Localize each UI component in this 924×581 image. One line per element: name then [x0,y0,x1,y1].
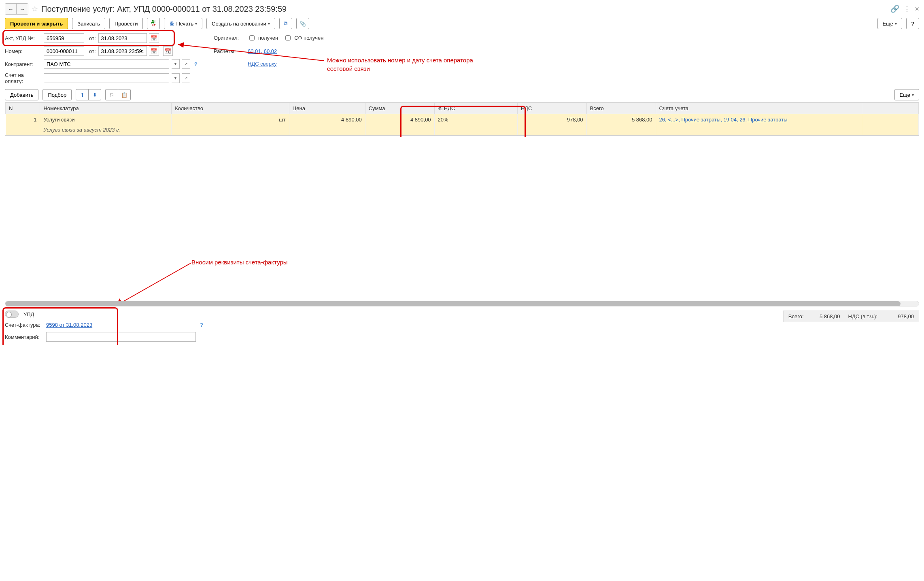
settlements-link[interactable]: 60.01, 60.02 [248,48,277,54]
move-up-button[interactable]: ⬆ [76,89,89,100]
page-title: Поступление услуг: Акт, УПД 0000-000011 … [41,4,887,14]
print-button[interactable]: 🖶 Печать [164,18,202,29]
counterparty-input[interactable] [44,59,169,69]
table-row[interactable]: 1 Услуги связи Услуги связи за август 20… [6,114,919,136]
number-label: Номер: [5,48,41,54]
th-price: Цена [289,103,365,114]
act-number-input[interactable] [44,33,84,43]
table-more-button[interactable]: Еще [894,89,919,100]
schedule-button[interactable]: 📆 [163,46,173,56]
link-icon[interactable]: 🔗 [890,4,899,13]
nav-back-button[interactable]: ← [5,4,17,14]
act-date-picker-button[interactable]: 📅 [149,33,159,43]
arrow-up-icon: ⬆ [80,92,85,98]
th-quantity: Количество [172,103,289,114]
upd-label: УПД [23,311,34,317]
nav-forward-button[interactable]: → [17,4,28,14]
number-input[interactable] [44,46,84,56]
received-label: получен [258,35,278,41]
calendar-icon: 📅 [151,35,157,41]
annotation-text-top: Можно использовать номер и дату счета оп… [327,56,481,73]
add-row-button[interactable]: Добавить [5,89,38,100]
horizontal-scrollbar[interactable] [5,301,919,306]
more-menu-icon[interactable]: ⋮ [903,4,911,13]
upd-toggle[interactable] [5,311,19,318]
comment-input[interactable] [46,332,196,342]
number-date-picker-button[interactable]: 📅 [149,46,159,56]
arrow-down-icon: ⬇ [93,92,97,98]
counterparty-dropdown-button[interactable]: ▼ [172,59,180,69]
dtkt-button[interactable]: ДтКт [147,18,160,29]
cell-price[interactable]: 4 890,00 [289,114,365,136]
vat-mode-link[interactable]: НДС сверху [248,61,277,67]
help-button[interactable]: ? [906,18,919,29]
footer-totals: Всего: 5 868,00 НДС (в т.ч.): 978,00 [783,311,919,322]
invoice-label: Счет на оплату: [5,72,41,84]
post-and-close-button[interactable]: Провести и закрыть [5,18,68,29]
th-nomenclature: Номенклатура [40,103,172,114]
original-label: Оригинал: [214,35,242,41]
th-sum: Сумма [365,103,434,114]
sf-received-label: СФ получен [294,35,323,41]
invoice-input[interactable] [44,73,169,83]
save-button[interactable]: Записать [72,18,105,29]
cell-sum[interactable]: 4 890,00 [365,114,434,136]
copy-button[interactable]: ⎘ [105,89,118,100]
act-date-input[interactable] [98,33,147,43]
th-vat-pct: % НДС [434,103,517,114]
vat-incl-label: НДС (в т.ч.): [848,313,878,319]
vat-incl-value: 978,00 [886,313,914,319]
sf-link[interactable]: 9598 от 31.08.2023 [46,322,92,328]
structure-button[interactable]: ⧉ [279,18,292,29]
svg-line-2 [117,263,191,305]
counterparty-label: Контрагент: [5,61,41,67]
total-label: Всего: [788,313,804,319]
items-table[interactable]: N Номенклатура Количество Цена Сумма % Н… [5,102,919,135]
close-icon[interactable]: × [915,5,919,13]
th-total: Всего [586,103,656,114]
th-accounts: Счета учета [656,103,863,114]
cell-n: 1 [6,114,40,136]
cell-vat-pct[interactable]: 20% [434,114,517,136]
sf-received-checkbox[interactable] [285,35,291,40]
from-label-2: от: [89,48,96,54]
comment-label: Комментарий: [5,334,44,340]
favorite-star-icon[interactable]: ☆ [32,4,38,13]
settlements-label: Расчеты: [214,48,242,54]
cell-quantity[interactable]: шт [172,114,289,136]
th-n: N [6,103,40,114]
act-number-label: Акт, УПД №: [5,35,41,41]
more-button[interactable]: Еще [877,18,902,29]
cell-nomenclature[interactable]: Услуги связи Услуги связи за август 2023… [40,114,172,136]
tree-icon: ⧉ [284,20,287,27]
sf-help[interactable]: ? [200,322,203,328]
invoice-dropdown-button[interactable]: ▼ [172,73,180,83]
cell-total[interactable]: 5 868,00 [586,114,656,136]
move-down-button[interactable]: ⬇ [88,89,101,100]
total-value: 5 868,00 [812,313,840,319]
select-button[interactable]: Подбор [42,89,72,100]
cell-accounts[interactable]: 26, <...>, Прочие затраты, 19.04, 26, Пр… [656,114,863,136]
paste-button[interactable]: 📋 [118,89,131,100]
invoice-open-button[interactable]: ↗ [182,73,190,83]
table-empty-area: Вносим реквизиты счета-фактуры [5,137,919,299]
received-checkbox[interactable] [249,35,255,40]
from-label-1: от: [89,35,96,41]
th-vat: НДС [517,103,586,114]
counterparty-open-button[interactable]: ↗ [182,59,190,69]
post-button[interactable]: Провести [109,18,143,29]
counterparty-help[interactable]: ? [194,61,198,67]
attach-button[interactable]: 📎 [296,18,309,29]
sf-label: Счет-фактура: [5,322,44,328]
number-date-input[interactable] [98,46,147,56]
dtkt-icon: ДтКт [151,20,156,27]
copy-icon: ⎘ [110,92,113,98]
calendar-check-icon: 📆 [164,48,171,54]
create-based-on-button[interactable]: Создать на основании [206,18,275,29]
annotation-text-bottom: Вносим реквизиты счета-фактуры [191,258,293,266]
calendar-icon: 📅 [151,48,157,54]
paperclip-icon: 📎 [300,21,306,27]
paste-icon: 📋 [121,92,127,98]
printer-icon: 🖶 [169,21,174,27]
cell-vat[interactable]: 978,00 [517,114,586,136]
